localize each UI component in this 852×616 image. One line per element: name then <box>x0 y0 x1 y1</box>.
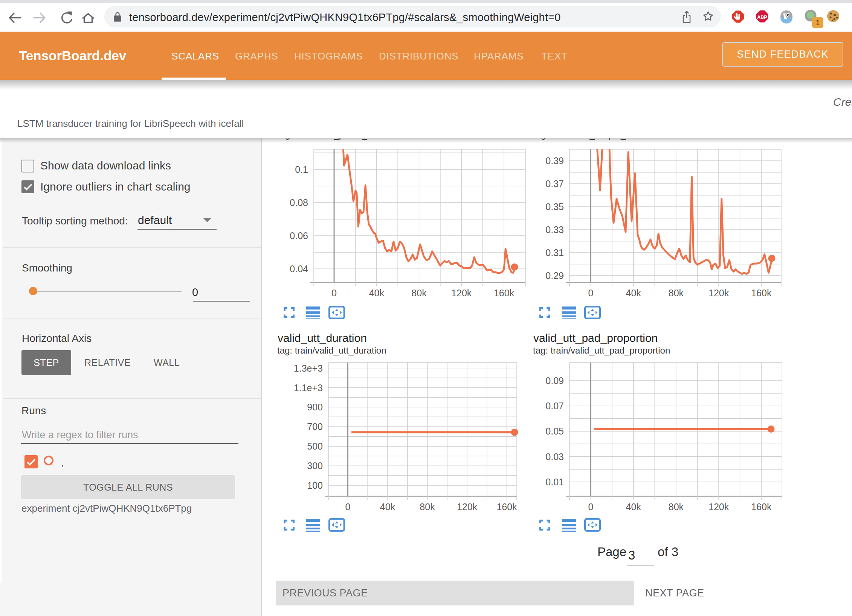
svg-text:0.06: 0.06 <box>290 230 308 241</box>
svg-text:0.39: 0.39 <box>545 156 564 166</box>
svg-text:40k: 40k <box>626 502 641 512</box>
svg-text:80k: 80k <box>669 288 684 298</box>
svg-text:ABP: ABP <box>757 15 767 20</box>
svg-text:120k: 120k <box>708 502 729 512</box>
svg-text:0.05: 0.05 <box>545 426 564 436</box>
svg-text:tag: train/valid_utt_duration: tag: train/valid_utt_duration <box>277 345 386 355</box>
svg-text:0.35: 0.35 <box>545 201 564 212</box>
svg-text:0: 0 <box>588 288 594 298</box>
svg-text:40k: 40k <box>369 288 385 298</box>
svg-text:1.3e+3: 1.3e+3 <box>294 363 323 374</box>
svg-text:0.03: 0.03 <box>545 451 564 462</box>
svg-text:0.37: 0.37 <box>545 178 564 189</box>
svg-text:0.09: 0.09 <box>545 375 564 386</box>
svg-text:0.04: 0.04 <box>290 264 308 274</box>
svg-text:900: 900 <box>307 402 323 412</box>
svg-text:300: 300 <box>307 460 323 471</box>
svg-text:120k: 120k <box>457 502 478 512</box>
svg-text:0.1: 0.1 <box>295 164 308 175</box>
svg-text:40k: 40k <box>626 288 641 298</box>
svg-text:valid_utt_duration: valid_utt_duration <box>278 332 367 344</box>
svg-text:120k: 120k <box>451 288 472 298</box>
svg-text:160k: 160k <box>751 502 772 512</box>
svg-text:valid_utt_pad_proportion: valid_utt_pad_proportion <box>533 332 658 344</box>
svg-text:1: 1 <box>815 18 820 27</box>
svg-text:tag: train/valid_utt_pad_propo: tag: train/valid_utt_pad_proportion <box>533 345 670 355</box>
svg-text:100: 100 <box>307 480 323 491</box>
svg-text:0.08: 0.08 <box>290 197 308 208</box>
svg-text:40k: 40k <box>380 502 395 512</box>
svg-text:0.29: 0.29 <box>545 270 564 281</box>
svg-text:0.01: 0.01 <box>545 477 564 487</box>
svg-text:700: 700 <box>307 421 323 432</box>
svg-text:0.31: 0.31 <box>545 247 564 258</box>
svg-text:160k: 160k <box>494 288 515 298</box>
svg-text:1.1e+3: 1.1e+3 <box>294 383 323 393</box>
svg-text:80k: 80k <box>669 502 684 512</box>
svg-text:80k: 80k <box>411 288 427 298</box>
svg-text:0.33: 0.33 <box>545 224 564 235</box>
svg-text:80k: 80k <box>420 502 435 512</box>
svg-text:0.07: 0.07 <box>545 401 564 411</box>
svg-text:120k: 120k <box>708 288 729 298</box>
svg-text:0: 0 <box>588 502 594 512</box>
svg-text:160k: 160k <box>496 502 517 512</box>
svg-text:500: 500 <box>307 441 323 451</box>
svg-text:160k: 160k <box>751 288 772 298</box>
svg-text:0: 0 <box>331 288 337 298</box>
svg-text:0: 0 <box>345 502 351 512</box>
